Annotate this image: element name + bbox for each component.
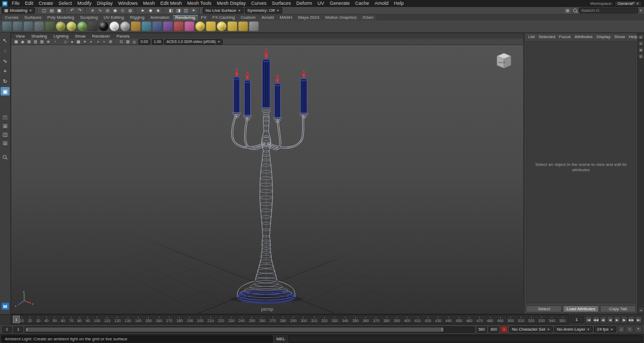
render-current-frame-icon[interactable]: ◧ (167, 8, 174, 14)
shelf-glow-icon[interactable] (185, 21, 194, 31)
wireframe-icon[interactable]: ◇ (62, 39, 69, 45)
light-editor-icon[interactable]: ☀ (190, 8, 197, 14)
menu-item[interactable]: Cache (353, 0, 372, 7)
character-set-dropdown[interactable]: No Character Set▼ (509, 326, 553, 332)
oversample-icon[interactable]: ◔ (52, 39, 58, 45)
shelf-tab[interactable]: MASH (277, 15, 295, 20)
shelf-black-material-icon[interactable] (99, 21, 108, 31)
use-all-lights-icon[interactable]: ☀ (82, 39, 88, 45)
rotate-tool[interactable]: ↻ (1, 77, 10, 85)
sphere-icon[interactable]: ◍ (564, 8, 571, 14)
layout-single-pane-icon[interactable]: □ (1, 114, 9, 121)
shelf-ipr-render-icon[interactable] (13, 21, 23, 31)
open-scene-icon[interactable]: ▤ (48, 8, 55, 14)
menu-set-dropdown[interactable]: ▦ Modeling ▼ (2, 8, 35, 13)
menu-item[interactable]: Create (36, 0, 56, 7)
mute-icon[interactable]: ♪ (618, 326, 625, 333)
make-live-icon[interactable]: ◍ (127, 8, 134, 14)
play-backward-button[interactable]: ◀ (607, 316, 613, 323)
range-slider[interactable] (25, 326, 475, 333)
auto-keyframe-button[interactable]: ○ (501, 326, 508, 333)
snap-projected-center-icon[interactable]: ◉ (112, 8, 119, 14)
attribute-editor-menu-item[interactable]: Show (614, 34, 625, 39)
redo-icon[interactable]: ↷ (76, 8, 83, 14)
shelf-tab[interactable]: Poly Modeling (45, 15, 77, 20)
multisample-icon[interactable]: ⊞ (107, 39, 114, 45)
menu-item[interactable]: Display (94, 0, 116, 7)
panel-menu-item[interactable]: Show (75, 34, 86, 39)
lock-camera-icon[interactable]: ◉ (19, 39, 26, 45)
shelf-ambient-light-icon[interactable] (195, 21, 205, 31)
symmetry-dropdown[interactable]: Symmetry: Off▼ (245, 8, 282, 13)
scale-tool[interactable]: ▣ (1, 87, 10, 96)
no-live-surface-dropdown[interactable]: No Live Surface▼ (203, 8, 244, 13)
playback-end-field[interactable]: 560 (477, 326, 487, 333)
magnifier-icon[interactable] (1, 152, 10, 161)
modeling-toolkit-icon[interactable]: M (2, 303, 9, 310)
tool-settings-tab-icon[interactable]: ▥ (639, 41, 643, 46)
shelf-tab[interactable]: Sculpting (77, 15, 100, 20)
step-back-frame-button[interactable]: ◀| (600, 316, 606, 323)
menu-item[interactable]: Mesh Display (214, 0, 248, 7)
menu-item[interactable]: Modify (75, 0, 94, 7)
range-fill[interactable] (26, 327, 443, 332)
panel-menu-item[interactable]: Renderer (92, 34, 110, 39)
modeling-toolkit-tab-icon[interactable]: ▧ (639, 54, 643, 59)
shelf-render-view-icon[interactable] (2, 21, 12, 31)
menu-item[interactable]: Surfaces (269, 0, 294, 7)
menu-item[interactable]: Deform (294, 0, 315, 7)
isolate-select-icon[interactable]: ⊡ (118, 39, 125, 45)
paint-select-tool[interactable]: ∿ (1, 56, 10, 65)
attribute-editor-button[interactable]: Copy Tab (600, 305, 636, 312)
menu-item[interactable]: Edit Mesh (158, 0, 185, 7)
shelf-point-light-icon[interactable] (217, 21, 226, 31)
shelf-hypershade-icon[interactable] (45, 21, 55, 31)
shadows-icon[interactable]: ◐ (88, 39, 94, 45)
mel-input[interactable] (289, 335, 642, 342)
motion-blur-icon[interactable]: ≈ (101, 39, 107, 45)
viewport-canvas[interactable]: FRONT x y z persp (11, 45, 523, 313)
menu-item[interactable]: Mesh (141, 0, 158, 7)
playback-start-field[interactable]: 1 (13, 326, 23, 333)
colorspace-dropdown[interactable]: ACES 1.0 SDR-video (sRGB)▼ (164, 39, 223, 45)
two-d-pan-zoom-icon[interactable]: ⊕ (45, 39, 52, 45)
shelf-lambert-material-icon[interactable] (56, 21, 65, 31)
attribute-editor-menu-item[interactable]: Help (628, 34, 637, 39)
menu-item[interactable]: Generate (327, 0, 353, 7)
shelf-phong-material-icon[interactable] (77, 21, 87, 31)
shelf-noise-texture-icon[interactable] (163, 21, 173, 31)
shelf-ocean-shader-icon[interactable] (142, 21, 151, 31)
ambient-occlusion-icon[interactable]: ◑ (94, 39, 101, 45)
layout-persp-graph-icon[interactable]: ⊟ (1, 140, 9, 147)
lasso-select-tool[interactable]: ◌ (1, 46, 10, 55)
shelf-volume-light-icon[interactable] (249, 21, 259, 31)
animation-start-field[interactable]: 1 (2, 326, 12, 333)
shelf-tab[interactable]: FX Caching (210, 15, 238, 20)
panel-menu-item[interactable]: Shading (31, 34, 47, 39)
shelf-tab[interactable]: Surfaces (21, 15, 44, 20)
attribute-editor-menu-item[interactable]: Selected (538, 34, 555, 39)
search-input[interactable] (579, 8, 638, 13)
undo-icon[interactable]: ↶ (69, 8, 76, 14)
shelf-shadow-icon[interactable] (174, 21, 184, 31)
range-handle-left[interactable] (26, 328, 28, 331)
attribute-editor-tab-icon[interactable]: ▤ (639, 34, 643, 39)
shelf-tab[interactable]: Arnold (259, 15, 276, 20)
attribute-editor-menu-item[interactable]: List (528, 34, 535, 39)
shelf-tab[interactable]: Maya 2024 (295, 15, 322, 20)
step-back-key-button[interactable]: ◀◀ (592, 316, 599, 323)
attribute-editor-menu-item[interactable]: Focus (559, 34, 571, 39)
collapse-panel-icon[interactable]: ◂ (639, 308, 643, 312)
anim-layer-dropdown[interactable]: No Anim Layer▼ (554, 326, 592, 332)
fps-dropdown[interactable]: 24 fps▼ (594, 326, 616, 332)
cached-playback-icon[interactable]: ≈ (626, 326, 633, 333)
step-forward-frame-button[interactable]: |▶ (621, 316, 627, 323)
shelf-blinn-material-icon[interactable] (67, 21, 76, 31)
range-handle-right[interactable] (441, 328, 443, 331)
textured-icon[interactable]: ▩ (75, 39, 82, 45)
highlight-selection-icon[interactable]: ◈ (155, 8, 162, 14)
shelf-tab[interactable]: Animation (148, 15, 172, 20)
animation-preferences-icon[interactable]: * (635, 326, 642, 333)
snap-view-plane-icon[interactable]: ◇ (119, 8, 126, 14)
ipr-render-icon[interactable]: ◨ (175, 8, 182, 14)
